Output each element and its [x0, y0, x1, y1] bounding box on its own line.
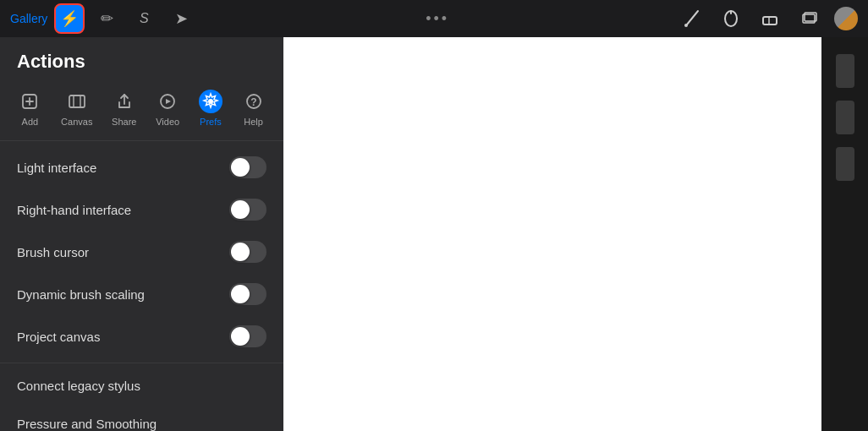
side-button-2[interactable]	[836, 101, 854, 134]
dynamic-brush-toggle[interactable]	[229, 283, 266, 305]
brush-tool-button[interactable]	[678, 5, 706, 32]
svg-rect-4	[763, 17, 777, 25]
actions-title: Actions	[0, 37, 283, 83]
pencil-tool-icon[interactable]: ✏	[91, 3, 122, 34]
tab-video[interactable]: Video	[149, 86, 186, 130]
link-section: Connect legacy stylus Pressure and Smoot…	[0, 363, 283, 431]
prefs-tab-icon	[199, 90, 222, 113]
help-tab-label: Help	[244, 117, 263, 127]
actions-panel: Actions Add Canvas	[0, 37, 283, 431]
color-swatch-button[interactable]	[834, 7, 858, 30]
link-connect-stylus[interactable]: Connect legacy stylus	[0, 367, 283, 405]
arrow-tool-icon[interactable]: ➤	[166, 3, 196, 34]
toggle-row-right-hand: Right-hand interface	[0, 188, 283, 231]
tab-canvas[interactable]: Canvas	[54, 86, 99, 130]
svg-marker-15	[166, 99, 171, 104]
project-canvas-toggle[interactable]	[229, 325, 266, 347]
gallery-button[interactable]: Gallery	[10, 12, 47, 25]
top-bar-center: •••	[426, 10, 449, 28]
svg-line-0	[687, 11, 698, 25]
toggle-row-project-canvas: Project canvas	[0, 315, 283, 357]
video-tab-label: Video	[156, 117, 179, 127]
tab-help[interactable]: ? Help	[235, 86, 272, 130]
side-button-1[interactable]	[836, 54, 854, 88]
toggle-row-light-interface: Light interface	[0, 146, 283, 188]
right-hand-toggle[interactable]	[229, 199, 266, 221]
video-tab-icon	[156, 90, 179, 113]
side-button-3[interactable]	[836, 147, 854, 181]
active-tool-icon[interactable]: ⚡	[54, 3, 85, 34]
tab-share[interactable]: Share	[105, 86, 143, 130]
prefs-tab-label: Prefs	[200, 117, 222, 127]
help-tab-icon: ?	[242, 90, 266, 113]
dynamic-brush-label: Dynamic brush scaling	[17, 287, 145, 302]
toggle-row-brush-cursor: Brush cursor	[0, 231, 283, 273]
tab-prefs[interactable]: Prefs	[192, 86, 229, 130]
canvas-tab-label: Canvas	[61, 117, 92, 127]
pressure-smoothing-label: Pressure and Smoothing	[17, 417, 157, 431]
link-pressure-smoothing[interactable]: Pressure and Smoothing	[0, 405, 283, 431]
gallery-label: Gallery	[10, 12, 47, 25]
svg-point-16	[208, 99, 213, 104]
top-bar-left: Gallery ⚡ ✏ S ➤	[10, 3, 196, 34]
dark-panel-right	[821, 37, 868, 431]
project-canvas-label: Project canvas	[17, 330, 100, 344]
top-bar: Gallery ⚡ ✏ S ➤ •••	[0, 0, 868, 37]
tab-add[interactable]: Add	[11, 86, 48, 130]
share-tab-label: Share	[112, 117, 136, 127]
connect-stylus-label: Connect legacy stylus	[17, 379, 140, 393]
smudge-tool-button[interactable]	[717, 5, 744, 32]
calligraphy-tool-icon[interactable]: S	[129, 3, 159, 34]
share-tab-icon	[113, 90, 136, 113]
add-tab-label: Add	[22, 117, 39, 127]
add-tab-icon	[18, 90, 41, 113]
toggle-section: Light interface Right-hand interface Bru…	[0, 141, 283, 363]
brush-cursor-toggle[interactable]	[229, 241, 266, 263]
brush-cursor-label: Brush cursor	[17, 245, 89, 259]
light-interface-label: Light interface	[17, 161, 96, 175]
canvas-area	[283, 37, 868, 431]
eraser-tool-button[interactable]	[756, 5, 783, 32]
svg-rect-11	[69, 95, 85, 107]
right-hand-label: Right-hand interface	[17, 203, 131, 217]
svg-point-1	[684, 24, 688, 27]
more-dots[interactable]: •••	[426, 10, 449, 28]
canvas-tab-icon	[65, 90, 89, 113]
top-bar-right	[678, 5, 858, 32]
canvas-white	[283, 37, 821, 431]
layers-button[interactable]	[795, 5, 822, 32]
svg-text:?: ?	[250, 96, 256, 108]
tab-row: Add Canvas Share	[0, 83, 283, 141]
toggle-row-dynamic-brush: Dynamic brush scaling	[0, 273, 283, 315]
light-interface-toggle[interactable]	[229, 156, 266, 178]
